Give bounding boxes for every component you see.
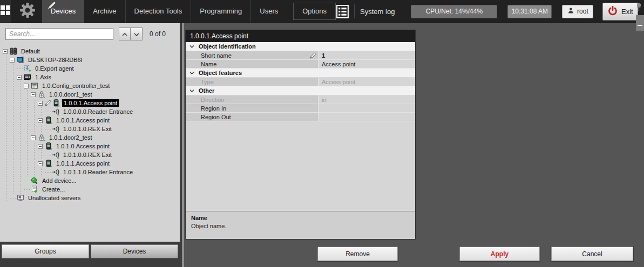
tree-expand-icon[interactable] <box>24 84 29 88</box>
tree-guide <box>31 159 38 168</box>
property-section-other[interactable]: Other <box>186 86 415 95</box>
search-prev-button[interactable] <box>119 28 131 40</box>
pin-icon[interactable] <box>636 2 642 15</box>
tree-expand-icon[interactable] <box>10 58 15 63</box>
tree-guide <box>17 142 24 150</box>
property-value[interactable] <box>318 113 415 121</box>
tree-expand-icon[interactable] <box>31 135 36 140</box>
tree-guide <box>10 159 17 168</box>
tree-item-label: 1.0.0.1.Access point <box>62 99 119 107</box>
tree-item-desktop-28rdb6i[interactable]: DESKTOP-28RDB6I <box>3 56 179 64</box>
search-next-button[interactable] <box>131 28 143 40</box>
property-value: Access point <box>318 78 415 86</box>
tab-archive[interactable]: Archive <box>84 0 125 23</box>
access-point-icon <box>45 142 52 150</box>
cpu-net-indicator[interactable]: CPU/Net: 14%/44% <box>411 5 497 18</box>
tree-guide <box>10 194 17 202</box>
apps-menu-button[interactable] <box>0 0 11 23</box>
tree-item-label: 1.0.0.1.0.REX Exit <box>62 125 113 133</box>
reader-icon <box>52 151 59 159</box>
cancel-button[interactable]: Cancel <box>551 247 633 261</box>
current-user-button[interactable]: root <box>562 5 593 18</box>
exit-button[interactable]: Exit <box>602 3 638 20</box>
tab-users[interactable]: Users <box>250 0 287 23</box>
tree-guide <box>3 56 10 64</box>
tree-expand-icon[interactable] <box>31 92 36 97</box>
property-value[interactable]: 1 <box>318 51 415 59</box>
tree-item-add-device[interactable]: Add device... <box>3 176 179 185</box>
tree-item-1-0-0-door1-test[interactable]: 1.0.0.door1_test <box>3 90 179 99</box>
tree-item-1-0-0-0-0-reader-entrance[interactable]: 1.0.0.0.0.Reader Entrance <box>3 107 179 116</box>
search-input[interactable] <box>5 28 113 40</box>
reader-icon <box>52 168 59 176</box>
tree-item-unallocated-servers[interactable]: Unallocated servers <box>3 194 179 202</box>
property-section-object-features[interactable]: Object features <box>186 69 415 78</box>
access-point-icon <box>52 99 60 107</box>
tab-detection-tools[interactable]: Detection Tools <box>125 0 191 23</box>
servers-icon <box>10 47 17 55</box>
tree-guide <box>31 125 38 133</box>
tree-item-1-0-0-1-0-rex-exit[interactable]: 1.0.0.1.0.REX Exit <box>3 125 179 133</box>
tree-guide <box>24 107 31 116</box>
tree-item-1-0-0-1-access-point[interactable]: 1.0.0.1.Access point <box>3 99 179 107</box>
tree-expand-icon[interactable] <box>38 118 43 123</box>
settings-gear-button[interactable] <box>18 0 37 23</box>
tree-expand-icon[interactable] <box>17 75 22 80</box>
tree-item-1-0-0-1-access-point[interactable]: 1.0.0.1.Access point <box>3 116 179 125</box>
properties-panel-title: 1.0.0.1.Access point <box>186 30 415 42</box>
tree-guide <box>38 125 45 133</box>
tree-item-default[interactable]: Default <box>3 47 179 56</box>
tree-guide <box>3 168 10 176</box>
user-icon <box>567 7 574 16</box>
system-log-button[interactable]: System log <box>360 8 395 16</box>
tree-expand-icon[interactable] <box>38 161 43 166</box>
tree-item-label: 0.Export agent <box>33 65 76 72</box>
tab-programming[interactable]: Programming <box>191 0 250 23</box>
remove-button[interactable]: Remove <box>317 247 398 261</box>
tree-item-create[interactable]: Create... <box>3 185 179 194</box>
section-chevron-icon <box>189 45 194 49</box>
property-section-object-identification[interactable]: Object identification <box>186 42 415 51</box>
tree-guide <box>24 116 31 125</box>
tree-item-1-0-config-controller-test[interactable]: 1.0.Config_controller_test <box>3 81 179 90</box>
panel-splitter[interactable] <box>180 23 184 267</box>
tree-expand-icon[interactable] <box>3 49 8 54</box>
tree-guide <box>3 107 10 116</box>
property-label: Region Out <box>186 113 318 121</box>
tree-item-1-0-1-1-access-point[interactable]: 1.0.1.1.Access point <box>3 159 179 168</box>
tree-guide <box>17 150 24 159</box>
tree-guide <box>3 194 10 202</box>
tree-guide <box>3 142 10 150</box>
panel-tab-groups[interactable]: Groups <box>2 244 89 258</box>
tree-expand-icon[interactable] <box>38 144 43 149</box>
apply-button[interactable]: Apply <box>459 247 540 261</box>
property-row-region-in: Region In <box>186 104 415 113</box>
tab-options[interactable]: Options <box>293 3 336 20</box>
tree-guide <box>24 159 31 168</box>
tree-item-1-axis[interactable]: 1.Axis <box>3 73 179 81</box>
property-value[interactable]: Access point <box>318 60 415 68</box>
section-chevron-icon <box>189 89 194 93</box>
property-section-label: Object identification <box>199 43 256 50</box>
tree-guide <box>10 107 17 116</box>
tree-item-1-0-1-0-0-rex-exit[interactable]: 1.0.1.0.0.REX Exit <box>3 150 179 159</box>
tree-item-1-0-1-1-0-reader-entrance[interactable]: 1.0.1.1.0.Reader Entrance <box>3 168 179 176</box>
clock-indicator[interactable]: 10:31:08 AM <box>507 5 552 18</box>
tree-item-1-0-1-0-access-point[interactable]: 1.0.1.0.Access point <box>3 142 179 150</box>
property-row-name: NameAccess point <box>186 60 415 69</box>
collapse-panel-button[interactable] <box>636 15 644 31</box>
settings-gear-icon <box>18 1 37 22</box>
topbar-right-cluster: System log CPU/Net: 14%/44% 10:31:08 AM … <box>336 0 644 23</box>
property-value[interactable] <box>318 104 415 112</box>
tree-view-tabs: GroupsDevices <box>0 242 180 258</box>
panel-tab-devices[interactable]: Devices <box>91 244 178 258</box>
tree-item-1-0-1-door2-test[interactable]: 1.0.1.door2_test <box>3 133 179 142</box>
tree-guide <box>31 99 38 107</box>
tree-guide <box>3 81 10 90</box>
tree-guide <box>17 64 24 73</box>
tree-guide <box>45 107 52 116</box>
property-label: Type <box>186 78 318 86</box>
tree-item-label: 1.Axis <box>33 73 53 81</box>
tree-expand-icon[interactable] <box>38 101 43 106</box>
tree-item-0-export-agent[interactable]: 0.Export agent <box>3 64 179 73</box>
